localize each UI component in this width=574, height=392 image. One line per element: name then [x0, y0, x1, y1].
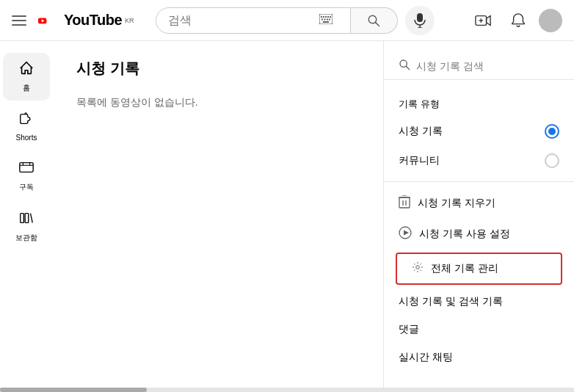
mic-button[interactable] — [405, 6, 435, 35]
search-icon — [367, 14, 380, 27]
svg-rect-6 — [327, 16, 329, 18]
create-button[interactable] — [468, 6, 498, 35]
svg-rect-7 — [330, 16, 331, 18]
action-clear-label: 시청 기록 지우기 — [418, 197, 495, 210]
notifications-button[interactable] — [504, 6, 533, 35]
sub-item-1[interactable]: 댓글 — [384, 316, 574, 344]
logo-text: YouTube — [64, 12, 122, 29]
scrollbar[interactable] — [0, 388, 574, 392]
mic-icon — [414, 13, 426, 28]
action-history-settings[interactable]: 시청 기록 사용 설정 — [384, 219, 574, 250]
sidebar-home-label: 홈 — [23, 83, 30, 93]
radio-circle-watch — [545, 124, 559, 139]
sub-item-2[interactable]: 실시간 채팅 — [384, 344, 574, 371]
svg-rect-22 — [20, 163, 33, 173]
panel-search-icon — [399, 59, 410, 73]
svg-rect-30 — [399, 197, 410, 208]
panel-search — [384, 53, 574, 80]
search-button[interactable] — [351, 7, 398, 34]
svg-marker-19 — [487, 15, 491, 25]
svg-rect-11 — [329, 18, 330, 20]
shorts-icon — [18, 111, 34, 131]
library-icon — [18, 210, 34, 230]
right-panel: 기록 유형 시청 기록 커뮤니티 시청 기록 지우기 — [383, 41, 574, 392]
sub-item-0[interactable]: 시청 기록 및 검색 기록 — [384, 288, 574, 316]
bell-icon — [510, 12, 526, 29]
manage-label: 전체 기록 관리 — [431, 262, 498, 275]
trash-icon — [399, 195, 410, 211]
radio-item-community[interactable]: 커뮤니티 — [384, 146, 574, 175]
sidebar-item-home[interactable]: 홈 — [3, 53, 50, 101]
manage-all-history[interactable]: 전체 기록 관리 — [396, 253, 562, 285]
sidebar-subscribe-label: 구독 — [19, 182, 34, 192]
panel-divider-1 — [384, 181, 574, 182]
content-area: 시청 기록 목록에 동영상이 없습니다. — [53, 41, 383, 392]
svg-line-29 — [406, 66, 409, 69]
svg-point-37 — [416, 266, 420, 269]
svg-rect-5 — [325, 16, 327, 18]
empty-message: 목록에 동영상이 없습니다. — [76, 96, 360, 109]
svg-rect-12 — [323, 21, 329, 23]
sidebar-item-history[interactable]: 보관함 — [3, 203, 50, 250]
sidebar-item-shorts[interactable]: Shorts — [3, 104, 50, 149]
avatar[interactable] — [539, 9, 562, 32]
hamburger-icon — [12, 15, 26, 26]
page-title: 시청 기록 — [76, 59, 360, 79]
play-circle-icon — [399, 226, 412, 242]
svg-rect-3 — [321, 16, 322, 18]
svg-marker-36 — [404, 231, 409, 236]
radio-item-watch-history[interactable]: 시청 기록 — [384, 117, 574, 146]
scrollbar-thumb[interactable] — [0, 388, 147, 392]
header-right — [468, 6, 562, 35]
keyboard-icon — [319, 14, 333, 24]
sidebar: 홈 Shorts 구독 — [0, 41, 53, 392]
radio-inner-watch — [548, 128, 556, 135]
gear-icon — [412, 261, 424, 276]
action-clear-history[interactable]: 시청 기록 지우기 — [384, 188, 574, 219]
panel-section-title: 기록 유형 — [384, 92, 574, 117]
header-left: YouTubeKR — [12, 6, 134, 35]
search-bar — [156, 7, 351, 34]
sidebar-item-subscribe[interactable]: 구독 — [3, 152, 50, 200]
subscribe-icon — [18, 159, 34, 179]
svg-rect-9 — [324, 18, 325, 20]
svg-rect-15 — [417, 13, 423, 22]
svg-rect-27 — [25, 214, 29, 223]
svg-rect-26 — [21, 214, 24, 223]
sidebar-shorts-label: Shorts — [16, 134, 37, 142]
youtube-logo-icon — [38, 12, 62, 29]
svg-rect-10 — [327, 18, 328, 20]
panel-search-input[interactable] — [416, 60, 559, 72]
logo-area[interactable]: YouTubeKR — [38, 12, 134, 29]
svg-line-14 — [376, 22, 379, 26]
svg-rect-4 — [323, 16, 324, 18]
search-input[interactable] — [168, 14, 313, 27]
menu-button[interactable] — [12, 6, 26, 35]
home-icon — [18, 60, 34, 80]
radio-label-community: 커뮤니티 — [399, 154, 440, 167]
radio-label-watch: 시청 기록 — [399, 125, 443, 138]
header: YouTubeKR — [0, 0, 574, 41]
logo-kr: KR — [125, 17, 134, 24]
main-layout: 홈 Shorts 구독 — [0, 41, 574, 392]
action-settings-label: 시청 기록 사용 설정 — [419, 228, 510, 241]
svg-rect-8 — [321, 18, 323, 20]
keyboard-icon-button[interactable] — [313, 14, 338, 27]
create-icon — [475, 12, 491, 29]
search-area — [156, 7, 435, 34]
radio-circle-community — [545, 153, 559, 168]
sidebar-history-label: 보관함 — [15, 233, 37, 243]
